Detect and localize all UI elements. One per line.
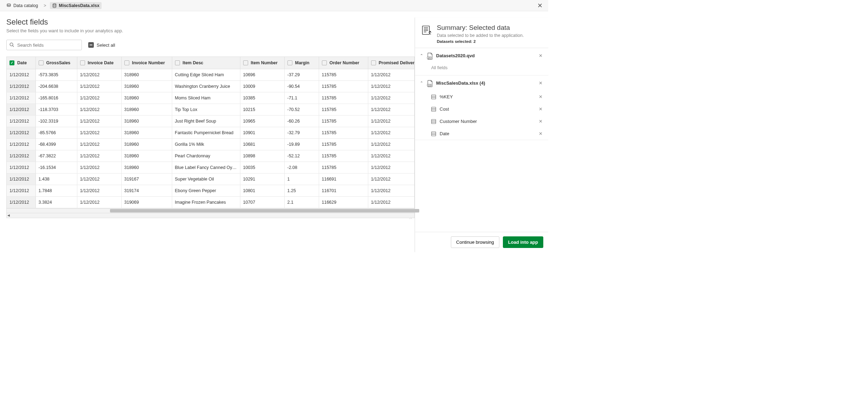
table-cell: -16.1534 bbox=[35, 162, 77, 174]
scrollbar-thumb[interactable] bbox=[110, 209, 419, 212]
column-checkbox[interactable] bbox=[371, 60, 376, 65]
table-cell: 1/12/2012 bbox=[7, 116, 35, 127]
table-cell: 10291 bbox=[240, 174, 284, 185]
close-icon[interactable]: ✕ bbox=[536, 0, 544, 11]
table-cell: -85.5766 bbox=[35, 127, 77, 139]
table-cell: -68.4399 bbox=[35, 139, 77, 150]
remove-field-icon[interactable]: ✕ bbox=[538, 93, 543, 100]
table-cell: -573.3835 bbox=[35, 69, 77, 81]
remove-field-icon[interactable]: ✕ bbox=[538, 106, 543, 112]
table-cell: 1/12/2012 bbox=[7, 185, 35, 197]
table-cell: 115785 bbox=[319, 81, 368, 92]
table-cell: -2.08 bbox=[284, 162, 319, 174]
summary-datasets-count: Datasets selected: 2 bbox=[437, 39, 524, 44]
remove-field-icon[interactable]: ✕ bbox=[538, 130, 543, 137]
field-name: %KEY bbox=[440, 94, 535, 99]
column-header-order-number[interactable]: Order Number bbox=[319, 57, 368, 69]
summary-icon bbox=[421, 25, 433, 36]
column-header-item-number[interactable]: Item Number bbox=[240, 57, 284, 69]
dataset-header[interactable]: ⌃QVDDatasets2020.qvd✕ bbox=[415, 48, 548, 63]
column-header-margin[interactable]: Margin bbox=[284, 57, 319, 69]
column-header-date[interactable]: Date bbox=[7, 57, 35, 69]
table-row: 1/12/20121.78481/12/2012319174Ebony Gree… bbox=[7, 185, 415, 197]
table-cell: Cutting Edge Sliced Ham bbox=[172, 69, 240, 81]
page-subtitle: Select the fields you want to include in… bbox=[6, 28, 415, 33]
table-row: 1/12/2012-67.38221/12/2012318960Pearl Ch… bbox=[7, 150, 415, 162]
table-cell: 1/12/2012 bbox=[77, 185, 121, 197]
table-cell: 1/12/2012 bbox=[7, 81, 35, 92]
table-cell: Gorilla 1% Milk bbox=[172, 139, 240, 150]
column-header-invoice-number[interactable]: Invoice Number bbox=[121, 57, 172, 69]
table-cell: 1/12/2012 bbox=[77, 197, 121, 208]
table-cell: 1/12/2012 bbox=[77, 139, 121, 150]
horizontal-scrollbar[interactable]: ◀ ▶ bbox=[6, 208, 415, 213]
table-cell: 10696 bbox=[240, 69, 284, 81]
table-cell: Fantastic Pumpernickel Bread bbox=[172, 127, 240, 139]
table-cell: 10215 bbox=[240, 104, 284, 116]
column-checkbox[interactable] bbox=[287, 60, 292, 65]
table-cell: Just Right Beef Soup bbox=[172, 116, 240, 127]
table-cell: 1/12/2012 bbox=[7, 69, 35, 81]
column-header-grosssales[interactable]: GrossSales bbox=[35, 57, 77, 69]
table-cell: 10898 bbox=[240, 150, 284, 162]
column-label: Item Desc bbox=[183, 60, 203, 65]
selected-field-row: Customer Number✕ bbox=[415, 115, 548, 127]
breadcrumb-separator: > bbox=[43, 3, 47, 8]
table-cell: 1/12/2012 bbox=[77, 162, 121, 174]
table-cell: 115785 bbox=[319, 92, 368, 104]
column-header-invoice-date[interactable]: Invoice Date bbox=[77, 57, 121, 69]
table-cell: 1/12/2012 bbox=[368, 69, 415, 81]
topbar: Data catalog > MiscSalesData.xlsx ✕ bbox=[0, 0, 548, 11]
remove-dataset-icon[interactable]: ✕ bbox=[538, 80, 543, 86]
column-checkbox[interactable] bbox=[243, 60, 248, 65]
column-checkbox[interactable] bbox=[175, 60, 180, 65]
table-cell: Imagine Frozen Pancakes bbox=[172, 197, 240, 208]
continue-browsing-button[interactable]: Continue browsing bbox=[451, 236, 499, 248]
column-checkbox[interactable] bbox=[9, 60, 14, 65]
breadcrumb-current[interactable]: MiscSalesData.xlsx bbox=[50, 2, 102, 9]
table-cell: 10707 bbox=[240, 197, 284, 208]
search-input[interactable] bbox=[6, 40, 82, 50]
table-cell: 319174 bbox=[121, 185, 172, 197]
table-cell: 115785 bbox=[319, 139, 368, 150]
remove-field-icon[interactable]: ✕ bbox=[538, 118, 543, 125]
table-cell: Blue Label Fancy Canned Oysters bbox=[172, 162, 240, 174]
table-cell: Tip Top Lox bbox=[172, 104, 240, 116]
table-cell: Moms Sliced Ham bbox=[172, 92, 240, 104]
breadcrumb-root[interactable]: Data catalog bbox=[4, 2, 40, 9]
column-checkbox[interactable] bbox=[322, 60, 327, 65]
field-icon bbox=[431, 131, 436, 136]
table-cell: -90.54 bbox=[284, 81, 319, 92]
table-cell: 1/12/2012 bbox=[368, 81, 415, 92]
table-cell: 1/12/2012 bbox=[77, 150, 121, 162]
table-cell: -118.3703 bbox=[35, 104, 77, 116]
column-header-promised-delivery-date[interactable]: Promised Delivery Date bbox=[368, 57, 415, 69]
column-checkbox[interactable] bbox=[39, 60, 44, 65]
table-cell: -19.89 bbox=[284, 139, 319, 150]
column-checkbox[interactable] bbox=[124, 60, 129, 65]
select-all-toggle[interactable]: Select all bbox=[88, 42, 115, 48]
load-into-app-button[interactable]: Load into app bbox=[503, 236, 543, 248]
column-checkbox[interactable] bbox=[80, 60, 85, 65]
table-cell: 318960 bbox=[121, 69, 172, 81]
table-cell: 10035 bbox=[240, 162, 284, 174]
table-cell: -52.12 bbox=[284, 150, 319, 162]
table-cell: 1.7848 bbox=[35, 185, 77, 197]
summary-footer: Continue browsing Load into app bbox=[415, 232, 548, 252]
file-qvd-icon: QVD bbox=[427, 53, 433, 59]
table-cell: 1/12/2012 bbox=[7, 92, 35, 104]
data-table: DateGrossSalesInvoice DateInvoice Number… bbox=[6, 57, 415, 208]
svg-text:XLSX: XLSX bbox=[428, 85, 431, 86]
table-cell: 1/12/2012 bbox=[7, 139, 35, 150]
dataset-header[interactable]: ⌃XLSXMiscSalesData.xlsx (4)✕ bbox=[415, 76, 548, 91]
table-row: 1/12/2012-573.38351/12/2012318960Cutting… bbox=[7, 69, 415, 81]
table-cell: 1/12/2012 bbox=[7, 162, 35, 174]
svg-rect-15 bbox=[432, 107, 436, 111]
chevron-up-icon: ⌃ bbox=[420, 53, 424, 58]
table-cell: -60.26 bbox=[284, 116, 319, 127]
field-icon bbox=[431, 107, 436, 112]
remove-dataset-icon[interactable]: ✕ bbox=[538, 52, 543, 59]
dataset-group: ⌃QVDDatasets2020.qvd✕All fields bbox=[415, 48, 548, 76]
table-cell: 10801 bbox=[240, 185, 284, 197]
column-header-item-desc[interactable]: Item Desc bbox=[172, 57, 240, 69]
